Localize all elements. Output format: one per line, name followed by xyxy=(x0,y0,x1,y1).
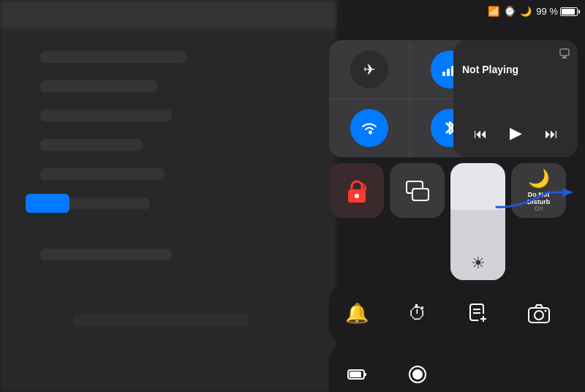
screen-lock-icon xyxy=(344,178,370,204)
brightness-icon: ☀ xyxy=(471,254,486,273)
previous-icon: ⏮ xyxy=(474,127,487,141)
control-center-row2: ☀ 🌙 Do Not Disturb On xyxy=(329,163,578,280)
arrow-annotation xyxy=(489,178,577,217)
timer-icon: ⏱ xyxy=(408,302,427,325)
svg-point-18 xyxy=(544,309,546,312)
next-icon: ⏭ xyxy=(545,127,558,141)
arrow-svg xyxy=(489,178,577,214)
next-button[interactable]: ⏭ xyxy=(545,125,558,142)
camera-button[interactable] xyxy=(511,286,566,341)
wifi-button[interactable] xyxy=(329,99,410,157)
screen-mirror-button[interactable] xyxy=(390,163,445,218)
status-bar: 📶 ⌚ 🌙 99 % xyxy=(488,6,578,17)
bg-item-2 xyxy=(40,80,157,92)
screen-lock-button[interactable] xyxy=(329,163,384,218)
bg-item-bottom xyxy=(73,314,249,326)
grid-divider-v xyxy=(410,40,410,157)
screen-record-icon xyxy=(407,364,428,385)
bg-item-4 xyxy=(40,139,143,151)
battery-widget-button[interactable] xyxy=(329,347,384,392)
battery-icon xyxy=(560,7,578,16)
svg-rect-8 xyxy=(412,189,429,200)
airplane-mode-button[interactable]: ✈ xyxy=(329,40,410,99)
play-pause-button[interactable]: ▶ xyxy=(510,124,522,143)
now-playing-controls: ⏮ ▶ ⏭ xyxy=(462,118,569,148)
now-playing-widget: Not Playing ⏮ ▶ ⏭ xyxy=(453,40,578,157)
airplane-mode-icon-container: ✈ xyxy=(350,50,388,88)
dnd-container: 🌙 Do Not Disturb On xyxy=(511,163,566,280)
bg-item-7 xyxy=(40,249,172,260)
screen-record-button[interactable] xyxy=(390,347,445,392)
svg-point-17 xyxy=(535,311,543,320)
control-center-row1: ✈ xyxy=(329,40,578,157)
silent-mode-button[interactable]: 🔔 xyxy=(329,286,384,341)
moon-status-icon: 🌙 xyxy=(520,6,532,17)
bg-item-1 xyxy=(40,51,186,63)
bg-sidebar-active xyxy=(26,194,69,213)
camera-icon xyxy=(528,304,550,324)
control-center: ✈ xyxy=(329,40,578,392)
battery-widget-icon xyxy=(347,364,367,385)
play-icon: ▶ xyxy=(510,124,522,142)
svg-marker-9 xyxy=(562,188,573,197)
svg-rect-1 xyxy=(447,69,450,76)
svg-rect-21 xyxy=(350,372,361,377)
control-center-row3: 🔔 ⏱ xyxy=(329,286,578,341)
note-add-icon xyxy=(467,303,489,325)
svg-rect-20 xyxy=(364,373,366,376)
control-center-row4 xyxy=(329,347,578,392)
previous-button[interactable]: ⏮ xyxy=(474,125,487,142)
svg-point-23 xyxy=(412,369,423,380)
bg-item-3 xyxy=(40,110,172,121)
timer-button[interactable]: ⏱ xyxy=(390,286,445,341)
battery-percent: 99 % xyxy=(536,6,558,17)
svg-rect-4 xyxy=(560,49,569,56)
svg-point-6 xyxy=(355,194,359,198)
svg-rect-0 xyxy=(442,72,445,76)
screen-mirror-icon xyxy=(406,181,429,201)
airplane-icon: ✈ xyxy=(363,61,376,78)
bg-item-5 xyxy=(40,168,165,180)
wifi-icon-container xyxy=(350,109,388,147)
note-button[interactable] xyxy=(450,286,505,341)
wifi-status-icon: 📶 xyxy=(488,6,499,17)
battery-status: 99 % xyxy=(536,6,578,17)
airplay-icon[interactable] xyxy=(559,48,570,61)
wifi-icon xyxy=(361,121,378,135)
now-playing-title: Not Playing xyxy=(462,64,569,75)
bell-icon: 🔔 xyxy=(345,302,369,325)
location-status-icon: ⌚ xyxy=(504,6,516,17)
